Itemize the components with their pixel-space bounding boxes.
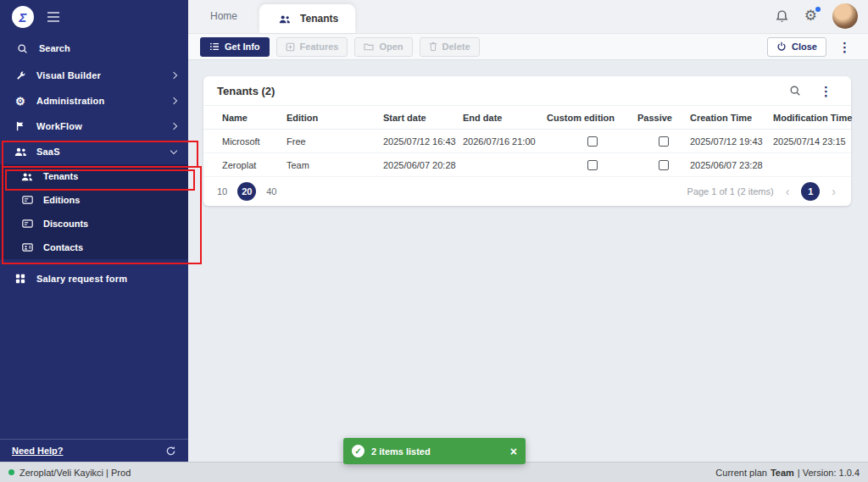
custom-edition-checkbox[interactable] bbox=[587, 136, 598, 147]
plan-value: Team bbox=[771, 468, 794, 478]
sidebar-item-label: Editions bbox=[43, 195, 80, 205]
passive-checkbox[interactable] bbox=[659, 160, 669, 170]
sidebar-item-saas[interactable]: SaaS bbox=[0, 139, 188, 164]
version-label: | Version: 1.0.4 bbox=[798, 468, 860, 478]
notification-dot bbox=[815, 7, 821, 12]
column-header: Custom edition bbox=[547, 113, 637, 123]
toast-close-icon[interactable]: × bbox=[510, 446, 517, 457]
sidebar-search[interactable]: Search bbox=[0, 34, 188, 63]
toast-notification: ✓ 2 items listed × bbox=[343, 438, 526, 464]
tab-label: Tenants bbox=[300, 13, 338, 25]
features-icon bbox=[286, 42, 295, 52]
sidebar-item-label: Contacts bbox=[43, 242, 83, 252]
sidebar-item-discounts[interactable]: Discounts bbox=[0, 212, 188, 235]
cell-start-date: 2025/07/12 16:43 bbox=[383, 136, 463, 147]
pagination: 10 20 40 Page 1 of 1 (2 items) ‹ 1 › bbox=[203, 177, 851, 206]
tenants-card: Tenants (2) ⋮ Name Edition Start date En… bbox=[203, 76, 851, 206]
folder-icon bbox=[364, 42, 374, 51]
sidebar-item-label: Discounts bbox=[43, 219, 88, 229]
card-icon bbox=[19, 196, 36, 204]
tab-tenants[interactable]: Tenants bbox=[259, 4, 355, 33]
column-header: Name bbox=[222, 113, 287, 123]
tab-strip: Home Tenants ⚙ bbox=[188, 0, 868, 34]
cell-end-date: 2026/07/16 21:00 bbox=[463, 136, 547, 147]
sidebar-item-label: Salary request form bbox=[36, 274, 127, 284]
sidebar-footer: Need Help? bbox=[0, 439, 188, 462]
online-status-dot bbox=[8, 469, 14, 475]
sidebar: Ʃ Search Visual Builder ⚙ Administration… bbox=[0, 0, 188, 462]
page-size-40[interactable]: 40 bbox=[266, 186, 276, 197]
users-icon bbox=[12, 147, 29, 157]
sidebar-header: Ʃ bbox=[0, 0, 188, 34]
search-icon bbox=[14, 43, 31, 54]
sidebar-search-label: Search bbox=[39, 43, 70, 53]
cell-modification-time: 2025/07/14 23:15 bbox=[773, 136, 846, 147]
table-search-icon[interactable] bbox=[789, 85, 801, 97]
column-header: Creation Time bbox=[690, 113, 773, 123]
card-title: Tenants (2) bbox=[217, 85, 275, 97]
page-size-20-active[interactable]: 20 bbox=[237, 182, 256, 201]
prev-page-icon[interactable]: ‹ bbox=[784, 185, 792, 198]
chevron-right-icon bbox=[170, 97, 177, 104]
users-icon bbox=[276, 14, 293, 24]
table-row[interactable]: Microsoft Free 2025/07/12 16:43 2026/07/… bbox=[203, 130, 851, 153]
sidebar-item-salary-request-form[interactable]: Salary request form bbox=[0, 266, 188, 291]
get-info-button[interactable]: Get Info bbox=[200, 37, 270, 57]
table-row[interactable]: Zeroplat Team 2025/06/07 20:28 2025/06/0… bbox=[203, 153, 851, 177]
features-button[interactable]: Features bbox=[276, 37, 348, 57]
column-header: Start date bbox=[383, 113, 463, 123]
cell-creation-time: 2025/07/12 19:43 bbox=[690, 136, 773, 147]
open-button[interactable]: Open bbox=[354, 37, 412, 57]
settings-gear-icon[interactable]: ⚙ bbox=[804, 8, 817, 24]
column-header: Modification Time bbox=[773, 113, 852, 123]
cell-creation-time: 2025/06/07 23:28 bbox=[690, 160, 773, 170]
close-button[interactable]: Close bbox=[767, 37, 826, 57]
bell-icon[interactable] bbox=[775, 9, 789, 24]
list-icon bbox=[209, 42, 220, 51]
sidebar-item-label: Tenants bbox=[43, 171, 78, 181]
sidebar-item-administration[interactable]: ⚙ Administration bbox=[0, 88, 188, 114]
sidebar-item-contacts[interactable]: Contacts bbox=[0, 235, 188, 259]
sidebar-item-editions[interactable]: Editions bbox=[0, 188, 188, 212]
sidebar-item-workflow[interactable]: WorkFlow bbox=[0, 114, 188, 139]
tenant-user-status: Zeroplat/Veli Kayikci | Prod bbox=[19, 468, 131, 478]
column-header: Passive bbox=[637, 113, 690, 123]
page-size-10[interactable]: 10 bbox=[217, 186, 227, 197]
custom-edition-checkbox[interactable] bbox=[587, 160, 598, 170]
card-kebab-icon[interactable]: ⋮ bbox=[815, 85, 837, 97]
column-header: End date bbox=[463, 113, 547, 123]
tools-icon bbox=[12, 70, 29, 81]
sidebar-item-label: SaaS bbox=[36, 147, 60, 157]
user-avatar[interactable] bbox=[832, 3, 858, 29]
cell-start-date: 2025/06/07 20:28 bbox=[383, 160, 463, 170]
toolbar-kebab-icon[interactable]: ⋮ bbox=[833, 41, 856, 53]
sidebar-item-label: WorkFlow bbox=[36, 121, 82, 131]
need-help-link[interactable]: Need Help? bbox=[12, 446, 64, 456]
next-page-icon[interactable]: › bbox=[830, 185, 837, 198]
refresh-icon[interactable] bbox=[165, 446, 176, 457]
chevron-right-icon bbox=[170, 72, 177, 79]
logo-glyph: Ʃ bbox=[19, 10, 27, 25]
passive-checkbox[interactable] bbox=[659, 136, 669, 147]
sidebar-item-visual-builder[interactable]: Visual Builder bbox=[0, 63, 188, 88]
chevron-right-icon bbox=[170, 123, 177, 130]
card-icon bbox=[19, 219, 36, 228]
check-circle-icon: ✓ bbox=[352, 445, 364, 457]
sidebar-item-tenants[interactable]: Tenants bbox=[0, 164, 188, 188]
column-header: Edition bbox=[287, 113, 383, 123]
delete-button[interactable]: Delete bbox=[420, 37, 480, 57]
table-header-row: Name Edition Start date End date Custom … bbox=[203, 106, 851, 130]
chevron-down-icon bbox=[170, 147, 177, 153]
tab-home[interactable]: Home bbox=[188, 0, 259, 33]
content-area: Tenants (2) ⋮ Name Edition Start date En… bbox=[188, 61, 868, 462]
current-page[interactable]: 1 bbox=[801, 182, 820, 201]
gear-icon: ⚙ bbox=[12, 95, 29, 108]
users-icon bbox=[19, 172, 36, 181]
toolbar: Get Info Features Open Delete Close bbox=[188, 34, 868, 60]
status-bar: Zeroplat/Veli Kayikci | Prod Current pla… bbox=[0, 462, 868, 482]
hamburger-menu-icon[interactable] bbox=[47, 12, 59, 22]
cell-name: Microsoft bbox=[222, 136, 287, 147]
power-icon bbox=[776, 42, 787, 52]
address-book-icon bbox=[19, 243, 36, 252]
toast-message: 2 items listed bbox=[371, 446, 431, 457]
